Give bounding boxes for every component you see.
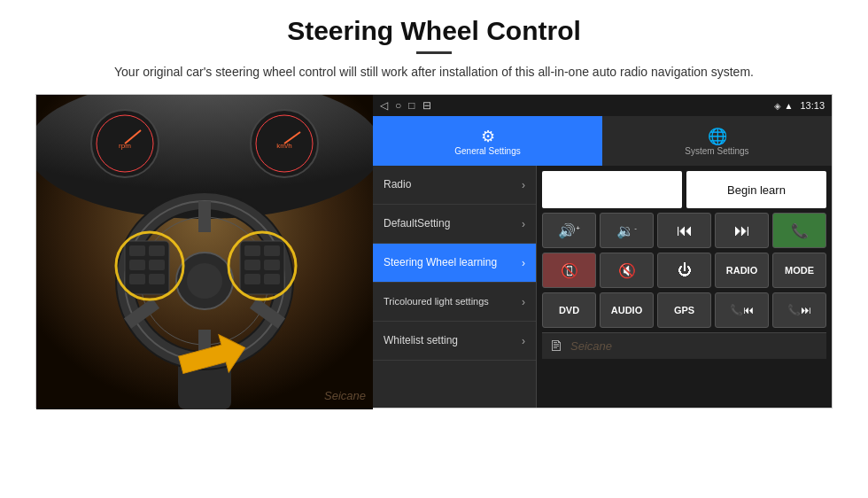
call-icon: 📞	[791, 222, 809, 239]
next-track-button[interactable]: ⏭	[715, 213, 769, 248]
power-button[interactable]: ⏻	[657, 253, 711, 288]
learn-input-field[interactable]	[542, 171, 682, 208]
begin-learn-row: Begin learn	[542, 171, 826, 208]
page-title: Steering Wheel Control	[287, 16, 581, 46]
menu-whitelist-chevron: ›	[522, 335, 525, 347]
svg-point-20	[187, 263, 222, 299]
vol-down-button[interactable]: 🔉-	[600, 213, 654, 248]
svg-rect-23	[149, 245, 165, 256]
svg-rect-34	[264, 274, 280, 284]
call-prev-icon: 📞⏮	[730, 304, 754, 316]
menu-radio-chevron: ›	[522, 179, 525, 191]
menu-item-default[interactable]: DefaultSetting ›	[373, 205, 536, 244]
dvd-button[interactable]: DVD	[542, 292, 596, 328]
radio-label: RADIO	[726, 265, 757, 276]
power-icon: ⏻	[678, 262, 692, 278]
tab-system-settings[interactable]: 🌐 System Settings	[602, 116, 832, 166]
menu-whitelist-label: Whitelist setting	[384, 334, 522, 346]
mode-label: MODE	[785, 265, 814, 276]
audio-label: AUDIO	[611, 305, 642, 315]
mode-button[interactable]: MODE	[772, 253, 826, 288]
page-container: Steering Wheel Control Your original car…	[0, 0, 868, 498]
mute-icon: 🔇	[618, 262, 636, 279]
call-hangup-button[interactable]: 📵	[542, 253, 596, 288]
status-time: 13:13	[800, 100, 825, 111]
menu-nav-icon[interactable]: ⊟	[422, 99, 431, 112]
menu-tricoloured-label: Tricoloured light settings	[384, 296, 522, 307]
menu-tricoloured-chevron: ›	[522, 296, 525, 308]
back-nav-icon[interactable]: ◁	[380, 99, 388, 112]
menu-radio-label: Radio	[384, 178, 522, 191]
page-subtitle: Your original car's steering wheel contr…	[114, 63, 754, 82]
call-next-button[interactable]: 📞⏭	[772, 292, 826, 328]
watermark: Seicane	[324, 389, 366, 402]
bottom-icon: 🖹	[549, 338, 563, 354]
menu-steering-chevron: ›	[522, 257, 525, 269]
next-icon: ⏭	[734, 222, 750, 240]
recents-nav-icon[interactable]: □	[408, 99, 415, 112]
signal-icon: ▲	[785, 101, 794, 111]
begin-learn-button[interactable]: Begin learn	[686, 171, 826, 208]
menu-default-chevron: ›	[522, 218, 525, 230]
menu-panel: Radio › DefaultSetting › Steering Wheel …	[373, 166, 537, 408]
main-content: Radio › DefaultSetting › Steering Wheel …	[373, 166, 832, 408]
control-grid-row1: 🔊+ 🔉- ⏮ ⏭ 📞	[542, 213, 826, 248]
bottom-strip: 🖹 Seicane	[542, 332, 826, 359]
svg-rect-33	[244, 274, 260, 284]
tab-bar: ⚙ General Settings 🌐 System Settings	[373, 116, 832, 166]
status-bar-nav: ◁ ○ □ ⊟	[380, 99, 431, 112]
svg-rect-29	[244, 245, 260, 256]
tab-general-settings[interactable]: ⚙ General Settings	[373, 116, 602, 166]
radio-button[interactable]: RADIO	[715, 253, 769, 288]
title-divider	[416, 51, 452, 54]
status-bar: ◁ ○ □ ⊟ ◈ ▲ 13:13	[373, 95, 832, 116]
mute-button[interactable]: 🔇	[600, 253, 654, 288]
location-icon: ◈	[774, 101, 781, 111]
svg-rect-22	[129, 245, 145, 256]
menu-default-label: DefaultSetting	[384, 217, 522, 230]
control-grid-row2: 📵 🔇 ⏻ RADIO MODE	[542, 253, 826, 288]
vol-up-icon: 🔊+	[558, 222, 580, 239]
home-nav-icon[interactable]: ○	[395, 99, 401, 112]
vol-down-icon: 🔉-	[616, 222, 637, 239]
audio-button[interactable]: AUDIO	[600, 292, 654, 328]
control-grid-row3: DVD AUDIO GPS 📞⏮ 📞⏭	[542, 292, 826, 328]
hangup-icon: 📵	[561, 262, 578, 279]
car-background: rpm km/h	[36, 95, 373, 409]
android-panel: ◁ ○ □ ⊟ ◈ ▲ 13:13 ⚙ General Settings	[373, 95, 832, 408]
dvd-label: DVD	[559, 305, 579, 315]
status-bar-info: ◈ ▲ 13:13	[774, 100, 825, 111]
svg-rect-27	[149, 274, 165, 284]
gps-button[interactable]: GPS	[657, 292, 711, 328]
call-answer-button[interactable]: 📞	[772, 213, 826, 248]
prev-icon: ⏮	[677, 222, 693, 240]
prev-track-button[interactable]: ⏮	[657, 213, 711, 248]
svg-rect-31	[244, 260, 260, 270]
call-prev-button[interactable]: 📞⏮	[715, 292, 769, 328]
menu-item-tricoloured[interactable]: Tricoloured light settings ›	[373, 283, 536, 322]
call-next-icon: 📞⏭	[787, 304, 811, 316]
menu-item-steering[interactable]: Steering Wheel learning ›	[373, 244, 536, 283]
svg-rect-24	[129, 260, 145, 270]
svg-rect-25	[149, 260, 165, 270]
svg-rect-26	[129, 274, 145, 284]
car-image-panel: rpm km/h	[36, 95, 373, 409]
menu-steering-label: Steering Wheel learning	[384, 256, 522, 268]
vol-up-button[interactable]: 🔊+	[542, 213, 596, 248]
menu-item-whitelist[interactable]: Whitelist setting ›	[373, 322, 536, 361]
seicane-watermark: Seicane	[570, 339, 612, 353]
control-panel: Begin learn 🔊+ 🔉- ⏮	[537, 166, 832, 408]
general-settings-label: General Settings	[454, 146, 521, 156]
svg-rect-32	[264, 260, 280, 270]
menu-item-radio[interactable]: Radio ›	[373, 166, 536, 205]
svg-rect-30	[264, 245, 280, 256]
system-settings-icon: 🌐	[708, 127, 727, 146]
content-area: rpm km/h	[35, 94, 833, 409]
gps-label: GPS	[674, 305, 694, 315]
general-settings-icon: ⚙	[481, 127, 495, 146]
car-illustration: rpm km/h	[36, 95, 373, 409]
system-settings-label: System Settings	[685, 146, 748, 156]
